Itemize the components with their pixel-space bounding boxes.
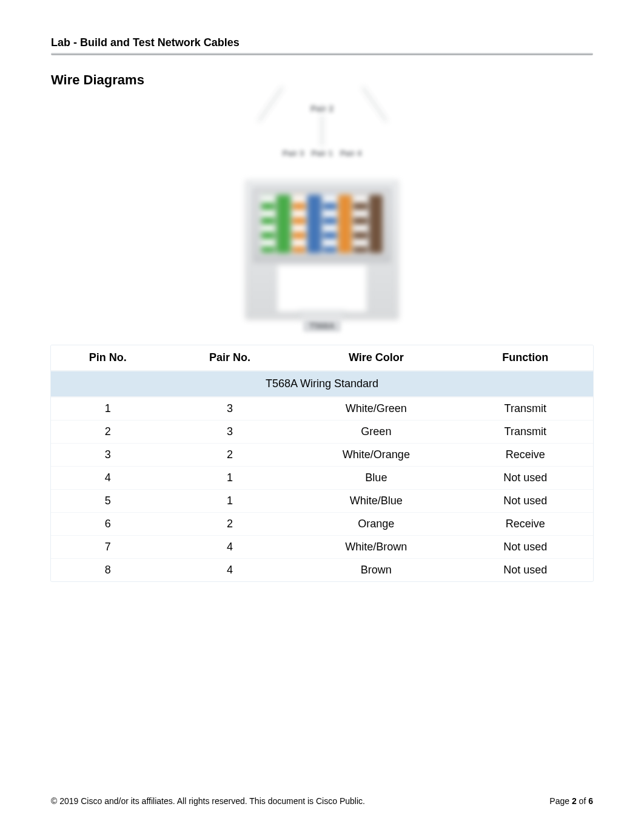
cell-color: White/Green	[295, 397, 457, 420]
rj45-tab	[300, 310, 344, 320]
cell-pair: 1	[165, 489, 295, 512]
cell-pair: 4	[165, 558, 295, 581]
cell-function: Receive	[457, 443, 593, 466]
rj45-wire	[323, 195, 337, 253]
cell-pin: 3	[51, 443, 165, 466]
page-total: 6	[588, 796, 593, 806]
cell-pin: 1	[51, 397, 165, 420]
table-row: 51White/BlueNot used	[51, 489, 593, 512]
table-body: 13White/GreenTransmit23GreenTransmit32Wh…	[51, 397, 593, 581]
page-number: Page 2 of 6	[549, 796, 593, 806]
rj45-tab-slot	[277, 264, 367, 313]
cell-pair: 3	[165, 397, 295, 420]
col-wire-color: Wire Color	[295, 345, 457, 371]
rj45-diagram: Pair 2 Pair 3 Pair 1 Pair 4 T568A	[243, 101, 401, 332]
col-pin-no: Pin No.	[51, 345, 165, 371]
cell-color: White/Blue	[295, 489, 457, 512]
rj45-wire	[354, 195, 367, 253]
cell-function: Not used	[457, 466, 593, 489]
cell-color: White/Brown	[295, 535, 457, 558]
table-row: 13White/GreenTransmit	[51, 397, 593, 420]
cell-pair: 1	[165, 466, 295, 489]
col-pair-no: Pair No.	[165, 345, 295, 371]
cell-pin: 6	[51, 512, 165, 535]
table-row: 41BlueNot used	[51, 466, 593, 489]
rj45-wire	[369, 195, 383, 253]
table-row: 23GreenTransmit	[51, 420, 593, 443]
cell-function: Not used	[457, 535, 593, 558]
table-title-row: T568A Wiring Standard	[51, 371, 593, 397]
rj45-wire	[292, 195, 306, 253]
page-footer: © 2019 Cisco and/or its affiliates. All …	[51, 796, 593, 806]
page-sep: of	[577, 796, 588, 806]
diagram-arrow	[321, 115, 323, 146]
cell-function: Not used	[457, 489, 593, 512]
rj45-wire	[307, 195, 321, 253]
page-prefix: Page	[549, 796, 572, 806]
document-page: Lab - Build and Test Network Cables Wire…	[0, 0, 644, 835]
cell-pair: 2	[165, 443, 295, 466]
cell-pin: 2	[51, 420, 165, 443]
rj45-connector	[246, 180, 398, 319]
cell-color: White/Orange	[295, 443, 457, 466]
cell-pin: 8	[51, 558, 165, 581]
wire-diagram: Pair 2 Pair 3 Pair 1 Pair 4 T568A	[51, 101, 593, 332]
rj45-wire-row	[258, 192, 386, 255]
diagram-mid-labels: Pair 3 Pair 1 Pair 4	[243, 149, 401, 158]
cell-color: Green	[295, 420, 457, 443]
rj45-wire	[261, 195, 275, 253]
diagram-mid-label: Pair 4	[340, 149, 361, 158]
wiring-standard-table: T568A Wiring Standard Pin No. Pair No. W…	[51, 345, 593, 581]
cell-function: Transmit	[457, 420, 593, 443]
page-current: 2	[572, 796, 577, 806]
cell-pair: 2	[165, 512, 295, 535]
table-row: 84BrownNot used	[51, 558, 593, 581]
diagram-arrow	[258, 87, 283, 122]
diagram-top-label: Pair 2	[310, 104, 334, 113]
rj45-wire	[277, 195, 290, 253]
table-row: 74White/BrownNot used	[51, 535, 593, 558]
cell-color: Blue	[295, 466, 457, 489]
cell-function: Receive	[457, 512, 593, 535]
cell-pin: 4	[51, 466, 165, 489]
cell-function: Not used	[457, 558, 593, 581]
table-title: T568A Wiring Standard	[51, 371, 593, 397]
document-title: Lab - Build and Test Network Cables	[51, 36, 593, 49]
diagram-bottom-label: T568A	[303, 320, 341, 332]
col-function: Function	[457, 345, 593, 371]
cell-pin: 7	[51, 535, 165, 558]
section-heading: Wire Diagrams	[51, 72, 593, 88]
cell-pair: 3	[165, 420, 295, 443]
diagram-arrow	[362, 87, 387, 122]
diagram-mid-label: Pair 3	[283, 149, 304, 158]
cell-pin: 5	[51, 489, 165, 512]
cell-function: Transmit	[457, 397, 593, 420]
diagram-mid-label: Pair 1	[311, 149, 332, 158]
table-row: 62OrangeReceive	[51, 512, 593, 535]
rj45-wire	[338, 195, 352, 253]
copyright-text: © 2019 Cisco and/or its affiliates. All …	[51, 796, 365, 806]
table-row: 32White/OrangeReceive	[51, 443, 593, 466]
cell-pair: 4	[165, 535, 295, 558]
cell-color: Orange	[295, 512, 457, 535]
title-rule	[51, 53, 593, 55]
cell-color: Brown	[295, 558, 457, 581]
table-header-row: Pin No. Pair No. Wire Color Function	[51, 345, 593, 371]
